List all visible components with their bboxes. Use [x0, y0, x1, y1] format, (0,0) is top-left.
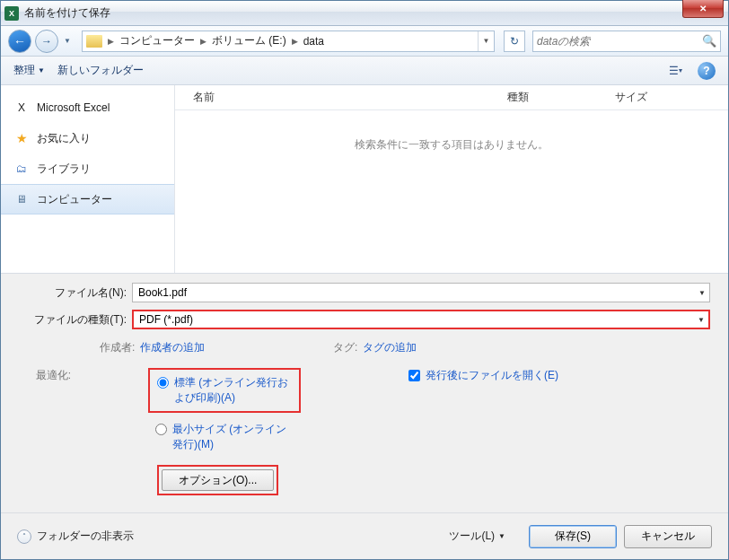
- file-browser: X Microsoft Excel ★ お気に入り 🗂 ライブラリ 🖥 コンピュ…: [1, 85, 728, 274]
- computer-icon: 🖥: [13, 192, 30, 206]
- author-label: 作成者:: [100, 340, 135, 355]
- filename-input[interactable]: [138, 286, 704, 299]
- open-after-label: 発行後にファイルを開く(E): [426, 368, 558, 383]
- sidebar-item-libraries[interactable]: 🗂 ライブラリ: [1, 153, 174, 184]
- add-tag-link[interactable]: タグの追加: [363, 340, 417, 355]
- back-button[interactable]: ←: [8, 30, 31, 53]
- radio-minimum[interactable]: 最小サイズ (オンライン発行)(M): [155, 420, 294, 454]
- radio-minimum-input[interactable]: [155, 424, 167, 435]
- file-list-pane: 名前 種類 サイズ 検索条件に一致する項目はありません。: [175, 85, 728, 273]
- sidebar-item-excel[interactable]: X Microsoft Excel: [1, 92, 174, 123]
- radio-standard-input[interactable]: [157, 377, 169, 389]
- optimize-standard-group: 標準 (オンライン発行および印刷)(A): [148, 368, 301, 413]
- sidebar-item-label: ライブラリ: [37, 162, 91, 177]
- save-as-dialog: X 名前を付けて保存 ✕ ← → ▼ ▶ コンピューター ▶ ボリューム (E:…: [0, 0, 729, 560]
- col-type[interactable]: 種類: [489, 90, 597, 105]
- crumb-folder[interactable]: data: [300, 35, 328, 48]
- optimize-section: 最適化: 標準 (オンライン発行および印刷)(A) 最小サイズ (オンライン発行…: [19, 364, 710, 495]
- titlebar: X 名前を付けて保存 ✕: [1, 1, 728, 26]
- folder-icon: [86, 35, 102, 48]
- filetype-label: ファイルの種類(T):: [19, 312, 127, 328]
- options-highlight: オプション(O)...: [157, 465, 278, 495]
- metadata-row: 作成者: 作成者の追加 タグ: タグの追加: [19, 337, 710, 364]
- crumb-computer[interactable]: コンピューター: [116, 33, 198, 48]
- hide-folders-label: フォルダーの非表示: [37, 529, 134, 544]
- tag-label: タグ:: [333, 340, 357, 355]
- sidebar-item-label: コンピューター: [37, 192, 112, 207]
- chevron-right-icon[interactable]: ▶: [200, 37, 206, 46]
- open-after-checkbox[interactable]: 発行後にファイルを開く(E): [408, 368, 615, 383]
- col-size[interactable]: サイズ: [597, 90, 665, 105]
- window-title: 名前を付けて保存: [24, 5, 110, 21]
- filename-row: ファイル名(N): ▼: [19, 283, 710, 302]
- radio-standard[interactable]: 標準 (オンライン発行および印刷)(A): [157, 373, 292, 407]
- sidebar-item-label: Microsoft Excel: [37, 101, 110, 114]
- help-button[interactable]: ?: [698, 62, 716, 80]
- optimize-label: 最適化:: [19, 368, 71, 495]
- filetype-value: PDF (*.pdf): [139, 313, 193, 326]
- toolbar: 整理 ▼ 新しいフォルダー ☰▾ ?: [1, 57, 728, 85]
- chevron-down-icon: ▼: [498, 532, 505, 540]
- search-box[interactable]: 🔍: [532, 31, 721, 52]
- excel-icon: X: [13, 101, 30, 115]
- save-button[interactable]: 保存(S): [529, 525, 617, 548]
- footer: ˄ フォルダーの非表示 ツール(L) ▼ 保存(S) キャンセル: [1, 512, 728, 559]
- sidebar-item-label: お気に入り: [37, 131, 91, 146]
- hide-folders-toggle[interactable]: ˄ フォルダーの非表示: [17, 529, 134, 544]
- forward-button[interactable]: →: [35, 30, 58, 53]
- filetype-row: ファイルの種類(T): PDF (*.pdf) ▼: [19, 310, 710, 329]
- close-button[interactable]: ✕: [682, 0, 724, 18]
- search-icon[interactable]: 🔍: [702, 34, 716, 48]
- options-button[interactable]: オプション(O)...: [162, 469, 274, 491]
- chevron-down-icon: ▼: [38, 66, 45, 74]
- excel-icon: X: [4, 6, 19, 21]
- star-icon: ★: [13, 131, 30, 145]
- sidebar-item-favorites[interactable]: ★ お気に入り: [1, 123, 174, 153]
- chevron-up-icon: ˄: [17, 529, 31, 544]
- radio-standard-label: 標準 (オンライン発行および印刷)(A): [174, 375, 292, 406]
- chevron-right-icon[interactable]: ▶: [108, 37, 114, 46]
- tools-label: ツール(L): [449, 529, 495, 544]
- sidebar-item-computer[interactable]: 🖥 コンピューター: [1, 184, 174, 214]
- new-folder-button[interactable]: 新しいフォルダー: [57, 63, 144, 78]
- lower-panel: ファイル名(N): ▼ ファイルの種類(T): PDF (*.pdf) ▼ 作成…: [1, 274, 728, 508]
- nav-bar: ← → ▼ ▶ コンピューター ▶ ボリューム (E:) ▶ data ▼ ↻ …: [1, 26, 728, 57]
- open-after-input[interactable]: [408, 370, 420, 381]
- chevron-right-icon[interactable]: ▶: [292, 37, 298, 46]
- cancel-button[interactable]: キャンセル: [624, 525, 712, 548]
- empty-message: 検索条件に一致する項目はありません。: [175, 137, 728, 153]
- nav-history-dropdown[interactable]: ▼: [62, 31, 73, 51]
- breadcrumb-dropdown[interactable]: ▼: [478, 31, 494, 51]
- radio-minimum-label: 最小サイズ (オンライン発行)(M): [172, 422, 294, 452]
- breadcrumb-bar[interactable]: ▶ コンピューター ▶ ボリューム (E:) ▶ data ▼: [82, 31, 495, 52]
- organize-label: 整理: [13, 63, 35, 78]
- crumb-volume[interactable]: ボリューム (E:): [208, 33, 290, 48]
- filename-label: ファイル名(N):: [19, 285, 127, 301]
- sidebar: X Microsoft Excel ★ お気に入り 🗂 ライブラリ 🖥 コンピュ…: [1, 85, 175, 273]
- search-input[interactable]: [537, 35, 702, 48]
- chevron-down-icon[interactable]: ▼: [698, 289, 706, 297]
- organize-menu[interactable]: 整理 ▼: [13, 63, 45, 78]
- refresh-button[interactable]: ↻: [504, 31, 525, 52]
- filetype-combobox[interactable]: PDF (*.pdf) ▼: [132, 310, 710, 329]
- column-headers: 名前 種類 サイズ: [175, 85, 728, 110]
- add-author-link[interactable]: 作成者の追加: [140, 340, 205, 355]
- col-name[interactable]: 名前: [175, 90, 489, 105]
- library-icon: 🗂: [13, 162, 30, 176]
- filename-field[interactable]: ▼: [132, 283, 710, 302]
- tools-menu[interactable]: ツール(L) ▼: [449, 529, 505, 544]
- view-mode-button[interactable]: ☰▾: [665, 61, 685, 81]
- chevron-down-icon[interactable]: ▼: [698, 316, 705, 324]
